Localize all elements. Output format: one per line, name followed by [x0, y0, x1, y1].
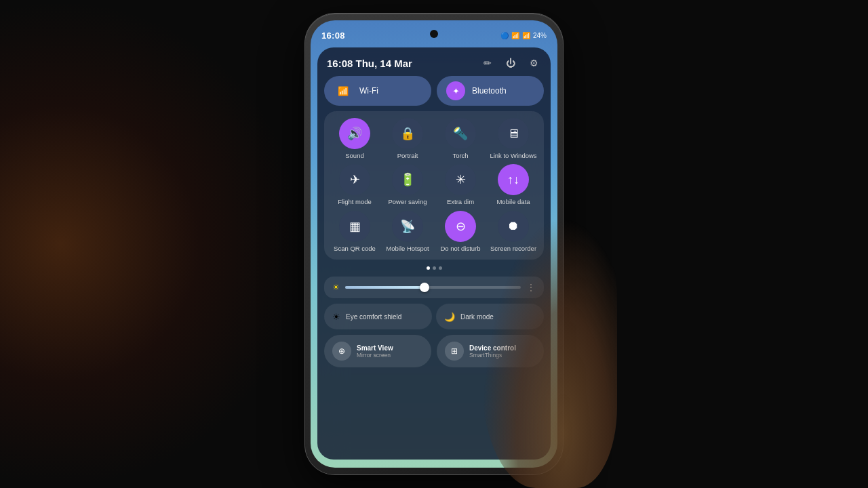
dot-1: [427, 266, 430, 270]
smart-view-text: Smart View Mirror screen: [357, 344, 393, 359]
qs-header-actions: ✏ ⏻ ⚙: [480, 56, 541, 70]
brightness-sun-icon: ☀: [332, 283, 340, 292]
mobile-data-icon: ↑↓: [498, 164, 529, 195]
device-control-icon: ⊞: [445, 342, 464, 361]
wifi-icon: 📶: [334, 81, 353, 100]
qs-top-toggles: 📶 Wi-Fi ✦ Bluetooth: [324, 76, 544, 106]
link-windows-icon: 🖥: [498, 118, 529, 149]
tile-do-not-disturb[interactable]: ⊖ Do not disturb: [436, 211, 485, 253]
scan-qr-label: Scan QR code: [334, 245, 376, 253]
qs-grid-row-2: ✈ Flight mode 🔋 Power saving ✳ Extra dim…: [328, 164, 540, 206]
dark-mode-label: Dark mode: [460, 313, 494, 321]
wifi-label: Wi-Fi: [359, 86, 378, 96]
tile-power-saving[interactable]: 🔋 Power saving: [383, 164, 432, 206]
tile-portrait[interactable]: 🔒 Portrait: [383, 118, 432, 160]
torch-icon: 🔦: [445, 118, 476, 149]
do-not-disturb-label: Do not disturb: [440, 245, 480, 253]
extra-dim-label: Extra dim: [447, 198, 474, 206]
camera-notch: [430, 30, 438, 38]
screen-recorder-icon: ⏺: [498, 211, 529, 242]
bluetooth-status-icon: 🔵: [500, 32, 509, 39]
bluetooth-toggle[interactable]: ✦ Bluetooth: [437, 76, 544, 106]
flight-mode-label: Flight mode: [338, 198, 372, 206]
status-icons: 🔵 📶 📶 24%: [500, 32, 547, 39]
dark-mode-button[interactable]: 🌙 Dark mode: [436, 304, 544, 329]
settings-icon[interactable]: ⚙: [526, 56, 541, 70]
brightness-control[interactable]: ☀ ⋮: [324, 277, 544, 298]
dot-3: [439, 266, 442, 270]
smart-view-button[interactable]: ⊕ Smart View Mirror screen: [324, 335, 431, 367]
device-control-subtitle: SmartThings: [469, 352, 516, 359]
phone-device: 16:08 🔵 📶 📶 24% 16:08 Thu, 14 Mar ✏ ⏻ ⚙: [305, 14, 563, 474]
portrait-label: Portrait: [397, 152, 418, 160]
brightness-thumb: [420, 283, 429, 292]
signal-status-icon: 📶: [522, 32, 530, 39]
mobile-hotspot-icon: 📡: [392, 211, 423, 242]
edit-icon[interactable]: ✏: [480, 56, 495, 70]
wifi-status-icon: 📶: [511, 32, 519, 39]
flight-mode-icon: ✈: [339, 164, 370, 195]
dark-mode-icon: 🌙: [444, 312, 455, 322]
eye-comfort-button[interactable]: ☀ Eye comfort shield: [324, 304, 432, 329]
tile-extra-dim[interactable]: ✳ Extra dim: [436, 164, 485, 206]
wifi-toggle[interactable]: 📶 Wi-Fi: [324, 76, 431, 106]
screen-recorder-label: Screen recorder: [490, 245, 536, 253]
extra-dim-icon: ✳: [445, 164, 476, 195]
device-control-title: Device control: [469, 344, 516, 352]
qs-grid-row-3: ▦ Scan QR code 📡 Mobile Hotspot ⊖ Do not…: [328, 211, 540, 253]
qs-datetime: 16:08 Thu, 14 Mar: [327, 58, 412, 69]
power-icon[interactable]: ⏻: [503, 56, 518, 70]
sound-icon: 🔊: [339, 118, 370, 149]
smart-view-icon: ⊕: [332, 342, 351, 361]
comfort-row: ☀ Eye comfort shield 🌙 Dark mode: [324, 304, 544, 329]
page-dots: [324, 265, 544, 271]
quick-settings-panel: 16:08 Thu, 14 Mar ✏ ⏻ ⚙ 📶 Wi-Fi ✦ Blueto…: [317, 47, 551, 460]
tile-flight-mode[interactable]: ✈ Flight mode: [330, 164, 379, 206]
tile-mobile-hotspot[interactable]: 📡 Mobile Hotspot: [383, 211, 432, 253]
battery-status: 24%: [533, 32, 547, 39]
tile-torch[interactable]: 🔦 Torch: [436, 118, 485, 160]
smart-view-title: Smart View: [357, 344, 393, 352]
dot-2: [433, 266, 436, 270]
eye-comfort-icon: ☀: [332, 312, 340, 322]
tile-mobile-data[interactable]: ↑↓ Mobile data: [489, 164, 538, 206]
power-saving-label: Power saving: [388, 198, 427, 206]
device-control-text: Device control SmartThings: [469, 344, 516, 359]
qs-grid: 🔊 Sound 🔒 Portrait 🔦 Torch 🖥 Link to Win…: [324, 111, 544, 260]
tile-sound[interactable]: 🔊 Sound: [330, 118, 379, 160]
phone-screen: 16:08 🔵 📶 📶 24% 16:08 Thu, 14 Mar ✏ ⏻ ⚙: [311, 20, 557, 468]
eye-comfort-label: Eye comfort shield: [346, 313, 401, 321]
sound-label: Sound: [345, 152, 363, 160]
device-control-button[interactable]: ⊞ Device control SmartThings: [437, 335, 544, 367]
portrait-icon: 🔒: [392, 118, 423, 149]
link-windows-label: Link to Windows: [490, 152, 536, 160]
smart-view-subtitle: Mirror screen: [357, 352, 393, 359]
power-saving-icon: 🔋: [392, 164, 423, 195]
bluetooth-icon: ✦: [446, 81, 465, 100]
tile-screen-recorder[interactable]: ⏺ Screen recorder: [489, 211, 538, 253]
background-blur: [0, 0, 305, 488]
bottom-actions-row: ⊕ Smart View Mirror screen ⊞ Device cont…: [324, 335, 544, 367]
brightness-more-icon[interactable]: ⋮: [526, 282, 536, 293]
mobile-hotspot-label: Mobile Hotspot: [386, 245, 429, 253]
bluetooth-label: Bluetooth: [472, 86, 507, 96]
qs-header: 16:08 Thu, 14 Mar ✏ ⏻ ⚙: [324, 56, 544, 70]
torch-label: Torch: [452, 152, 468, 160]
qs-grid-row-1: 🔊 Sound 🔒 Portrait 🔦 Torch 🖥 Link to Win…: [328, 118, 540, 160]
brightness-slider[interactable]: [345, 286, 521, 289]
mobile-data-label: Mobile data: [496, 198, 530, 206]
tile-scan-qr[interactable]: ▦ Scan QR code: [330, 211, 379, 253]
do-not-disturb-icon: ⊖: [445, 211, 476, 242]
tile-link-windows[interactable]: 🖥 Link to Windows: [489, 118, 538, 160]
scan-qr-icon: ▦: [339, 211, 370, 242]
brightness-fill: [345, 286, 425, 289]
status-time: 16:08: [321, 30, 345, 41]
